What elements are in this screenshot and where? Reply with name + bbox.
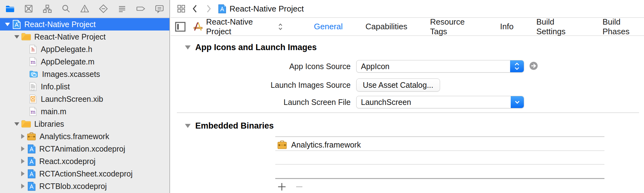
xcode-project-icon (193, 22, 203, 32)
tree-row-xcodeproj[interactable]: RCTAnimation.xcodeproj (0, 143, 169, 155)
section-disclosure-icon[interactable] (185, 45, 191, 49)
popup-stepper-icon (510, 60, 524, 72)
app-icons-source-popup[interactable]: AppIcon (356, 60, 524, 73)
folder-icon (21, 120, 31, 128)
tab-build-phases[interactable]: Build Phases (603, 17, 644, 36)
section-divider (177, 112, 639, 113)
xib-file-icon (29, 94, 37, 104)
forward-chevron-icon[interactable] (202, 2, 215, 15)
issue-navigator-icon[interactable] (78, 2, 91, 15)
launch-screen-file-combo[interactable]: LaunchScreen (356, 96, 524, 108)
tree-row-file[interactable]: m main.m (0, 105, 169, 118)
table-row-separator (275, 164, 604, 165)
framework-icon (27, 132, 36, 141)
tree-row-xcodeproj[interactable]: React.xcodeproj (0, 155, 169, 167)
tree-row-file[interactable]: LaunchScreen.xib (0, 93, 169, 105)
disclosure-triangle-icon[interactable] (21, 134, 25, 139)
general-pane: App Icons and Launch Images App Icons So… (171, 36, 644, 193)
folder-icon (21, 33, 31, 41)
debug-navigator-icon[interactable] (116, 2, 128, 15)
combo-value: LaunchScreen (357, 98, 511, 107)
tab-capabilities[interactable]: Capabilities (366, 22, 407, 31)
section-title: Embedded Binaries (195, 121, 274, 131)
embedded-binary-row[interactable]: Analytics.framework (277, 139, 361, 151)
sidebar-toggle-icon[interactable] (174, 21, 187, 33)
tree-row-label: React-Native Project (34, 32, 106, 41)
report-navigator-icon[interactable] (153, 2, 166, 15)
header-file-icon: h (29, 45, 37, 54)
disclosure-triangle-icon[interactable] (21, 171, 25, 176)
remove-button[interactable] (294, 181, 305, 192)
tree-row-file[interactable]: h AppDelegate.h (0, 43, 169, 55)
tab-general[interactable]: General (314, 22, 343, 31)
tree-row-label: AppDelegate.h (41, 45, 92, 54)
disclosure-triangle-icon[interactable] (5, 23, 10, 26)
xcodeproj-icon (218, 4, 226, 14)
use-asset-catalog-button[interactable]: Use Asset Catalog... (356, 78, 440, 92)
disclosure-triangle-icon[interactable] (14, 35, 19, 39)
target-popup[interactable]: React-Native Project (193, 17, 283, 36)
tree-row-label: RCTAnimation.xcodeproj (39, 144, 125, 153)
combo-dropdown-icon (511, 96, 524, 108)
find-navigator-icon[interactable] (60, 2, 72, 15)
disclosure-triangle-icon[interactable] (14, 122, 19, 126)
section-title: App Icons and Launch Images (195, 43, 317, 52)
project-navigator-icon[interactable] (4, 2, 16, 15)
framework-icon (277, 140, 287, 149)
breakpoint-navigator-icon[interactable] (135, 2, 147, 15)
table-row-separator (275, 150, 604, 151)
tree-row-xcodeproj[interactable]: RCTActionSheet.xcodeproj (0, 167, 169, 180)
xcodeproj-icon (12, 20, 21, 29)
tab-info[interactable]: Info (500, 22, 514, 31)
popup-value: AppIcon (357, 62, 510, 71)
editor-area: React-Native Project React-Native Projec… (171, 0, 644, 193)
xcodeproj-icon (27, 169, 36, 179)
tree-row-framework[interactable]: Analytics.framework (0, 130, 169, 143)
disclosure-triangle-icon[interactable] (21, 184, 25, 189)
objc-file-icon: m (29, 107, 37, 116)
xcodeproj-icon (27, 157, 36, 166)
tree-row-project-root[interactable]: React-Native Project (0, 18, 169, 31)
svg-text:m: m (31, 109, 36, 115)
tree-row-group[interactable]: Libraries (0, 118, 169, 130)
field-label: Launch Images Source (171, 81, 351, 90)
tree-row-label: Images.xcassets (42, 70, 100, 79)
embedded-binary-label: Analytics.framework (291, 140, 361, 149)
breadcrumb[interactable]: React-Native Project (230, 4, 304, 14)
disclosure-triangle-icon[interactable] (21, 159, 25, 164)
tab-build-settings[interactable]: Build Settings (536, 17, 580, 36)
back-chevron-icon[interactable] (188, 2, 202, 15)
related-items-icon[interactable] (174, 2, 188, 15)
xcode-window: React-Native Project React-Native Projec… (0, 0, 644, 193)
tree-row-file[interactable]: Images.xcassets (0, 68, 169, 80)
tree-row-label: AppDelegate.m (41, 57, 94, 66)
section-disclosure-icon[interactable] (185, 124, 191, 128)
field-label: Launch Screen File (171, 98, 351, 107)
tree-row-group[interactable]: React-Native Project (0, 31, 169, 43)
field-label: App Icons Source (171, 62, 351, 71)
objc-file-icon: m (29, 57, 37, 66)
section-header-embedded-binaries: Embedded Binaries (185, 121, 274, 131)
test-navigator-icon[interactable] (97, 2, 110, 15)
tree-row-file[interactable]: m AppDelegate.m (0, 55, 169, 68)
tree-row-label: React.xcodeproj (39, 157, 96, 166)
add-button[interactable] (277, 181, 287, 192)
symbol-navigator-icon[interactable] (41, 2, 54, 15)
form-row-app-icons-source: App Icons Source AppIcon (171, 60, 538, 73)
jump-arrow-button[interactable] (529, 61, 538, 72)
editor-tabs: General Capabilities Resource Tags Info … (314, 17, 644, 36)
project-editor-header: React-Native Project General Capabilitie… (171, 18, 644, 36)
updown-chevron-icon (278, 23, 283, 31)
tab-resource-tags[interactable]: Resource Tags (430, 17, 477, 36)
xcodeproj-icon (27, 181, 36, 191)
asset-catalog-icon (29, 70, 38, 78)
tree-row-label: React-Native Project (24, 20, 96, 29)
tree-row-file[interactable]: PLIST Info.plist (0, 80, 169, 93)
table-border-top (275, 136, 604, 137)
navigator-toolbar (0, 0, 169, 18)
source-control-navigator-icon[interactable] (22, 2, 35, 15)
navigator-sidebar: React-Native Project React-Native Projec… (0, 0, 170, 193)
project-file-tree: React-Native Project React-Native Projec… (0, 18, 169, 192)
tree-row-xcodeproj[interactable]: RCTBlob.xcodeproj (0, 180, 169, 192)
disclosure-triangle-icon[interactable] (21, 146, 25, 151)
